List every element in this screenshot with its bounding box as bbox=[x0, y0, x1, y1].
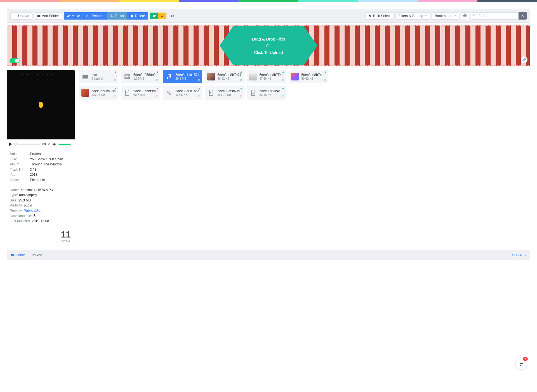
meta-value: 25.3 MB bbox=[18, 198, 31, 203]
chevron-down-icon: ▾ bbox=[425, 15, 427, 17]
chevron-down-icon: ▾ bbox=[454, 15, 456, 17]
copy-icon[interactable]: ⧉ bbox=[240, 79, 242, 82]
dropzone-toggle[interactable] bbox=[10, 58, 20, 63]
file-card[interactable]: 5dec8de8b578b 437.15 KB ⧉ bbox=[79, 86, 118, 99]
file-card[interactable]: test 0 Item(s) ⧉ bbox=[79, 70, 118, 83]
clear-search-button[interactable]: ✕ bbox=[519, 12, 527, 20]
meta-label: Track N°: bbox=[10, 167, 30, 172]
file-size: 0 Item(s) bbox=[91, 77, 103, 80]
file-card[interactable]: 5dec8de8b7a77 46.92 KB ⧉ bbox=[205, 70, 244, 83]
copy-icon[interactable]: ⧉ bbox=[240, 95, 242, 98]
play-button[interactable] bbox=[9, 142, 12, 146]
file-name: 5dec8de8b578b bbox=[91, 89, 116, 93]
copy-icon[interactable]: ⧉ bbox=[324, 79, 326, 82]
close-button[interactable]: CLOSE » bbox=[512, 253, 526, 257]
unlock-button[interactable] bbox=[158, 13, 166, 19]
editor-button[interactable]: Editor bbox=[107, 12, 128, 20]
meta-value: public bbox=[24, 203, 32, 208]
status-dot bbox=[241, 88, 242, 89]
toolbar: Upload Add Folder Move >_ Rename Editor … bbox=[7, 9, 530, 23]
file-name: 5dec8de8b74de bbox=[301, 73, 325, 77]
map-icon bbox=[11, 253, 15, 257]
copy-icon[interactable]: ⧉ bbox=[156, 79, 158, 82]
file-metadata: Name:5dec8a11d1574.MP3Type:audio/mpegSiz… bbox=[7, 185, 75, 226]
total-count: 11 bbox=[11, 229, 71, 240]
add-folder-label: Add Folder bbox=[42, 14, 59, 18]
time-display: 00:00 bbox=[42, 142, 50, 146]
dropzone[interactable]: Drag & Drop Files Or Click To Upload 🔗 bbox=[7, 25, 530, 66]
bulk-select-button[interactable]: Bulk Select bbox=[365, 12, 394, 20]
dropzone-hex: Drag & Drop Files Or Click To Upload bbox=[220, 25, 317, 66]
meta-label: Download File: bbox=[10, 213, 32, 219]
copy-icon[interactable]: ⧉ bbox=[114, 95, 116, 98]
add-folder-button[interactable]: Add Folder bbox=[34, 12, 62, 20]
volume-icon[interactable] bbox=[52, 142, 56, 146]
folder-icon bbox=[81, 73, 89, 80]
download-link[interactable] bbox=[33, 213, 36, 219]
breadcrumb-home[interactable]: Home bbox=[11, 253, 25, 257]
file-card[interactable]: 5dec89aabf9d1 60 Bytes ⧉ bbox=[121, 86, 160, 99]
status-dot bbox=[157, 72, 158, 73]
breadcrumb-home-label: Home bbox=[16, 253, 25, 257]
bookmarks-button[interactable]: Bookmarks ▾ bbox=[432, 12, 459, 20]
meta-value: Through The Window bbox=[30, 162, 62, 167]
upload-button[interactable]: Upload bbox=[10, 12, 32, 20]
file-name: 5dec8de8b7f9e bbox=[259, 73, 282, 77]
file-card[interactable]: 5dec8de8b74de 50.62 KB ⧉ bbox=[289, 70, 328, 83]
trash-icon bbox=[130, 14, 134, 18]
folder-open-icon bbox=[32, 253, 36, 257]
search-input[interactable] bbox=[471, 12, 519, 20]
status-dot bbox=[282, 72, 284, 73]
meta-label: Size: bbox=[10, 198, 17, 203]
file-card[interactable]: 5dec89f83e4f9 83.18 KB ⧉ bbox=[247, 86, 286, 99]
delete-label: Delete bbox=[135, 14, 145, 18]
file-card[interactable]: 5dec89e5b60c8 267.79 KB ⧉ bbox=[205, 86, 244, 99]
copy-icon[interactable]: ⧉ bbox=[282, 95, 284, 98]
sidebar: P R U R I E N T 00:00 Artist:PrurientTit… bbox=[7, 70, 75, 246]
copy-icon[interactable]: ⧉ bbox=[282, 79, 284, 82]
globe-button[interactable] bbox=[461, 12, 469, 19]
file-card[interactable]: 5dec8de8b7f9e 97.56 KB ⧉ bbox=[247, 70, 286, 83]
file-card[interactable]: 5dec89d8d1a6c 125.5 KB ⧉ bbox=[163, 86, 202, 99]
dropzone-link-button[interactable]: 🔗 bbox=[521, 56, 527, 63]
svg-point-3 bbox=[167, 91, 169, 92]
file-card[interactable]: 5dec8a11d1574 25.3 MB ⧉ bbox=[163, 70, 202, 83]
search-box: ✕ bbox=[471, 12, 527, 20]
volume-slider[interactable] bbox=[58, 144, 72, 145]
move-button[interactable]: Move bbox=[64, 12, 83, 20]
file-size: 267.79 KB bbox=[217, 93, 241, 96]
copy-icon[interactable]: ⧉ bbox=[114, 79, 116, 82]
misc-group bbox=[150, 13, 166, 19]
copy-icon[interactable]: ⧉ bbox=[198, 95, 200, 98]
eye-icon bbox=[170, 14, 174, 18]
audio-player: 00:00 bbox=[7, 139, 75, 149]
bulk-select-label: Bulk Select bbox=[373, 14, 391, 18]
file-card[interactable]: 5dec8a0569efe 1.22 MB ⧉ bbox=[121, 70, 160, 83]
filters-sorting-label: Filters & Sorting bbox=[399, 14, 423, 18]
public-url-link[interactable]: Public URL bbox=[24, 208, 41, 213]
close-icon: ✕ bbox=[521, 14, 524, 18]
meta-value: Electronic bbox=[30, 177, 45, 183]
filters-sorting-button[interactable]: Filters & Sorting ▾ bbox=[395, 12, 430, 20]
dropzone-line3: Click To Upload bbox=[254, 49, 283, 56]
meta-label: Year: bbox=[10, 172, 30, 177]
copy-icon[interactable]: ⧉ bbox=[156, 95, 158, 98]
status-dot bbox=[199, 72, 200, 73]
footer: Home → xbc CLOSE » bbox=[7, 250, 530, 260]
file-size: 437.15 KB bbox=[91, 93, 116, 96]
meta-value: audio/mpeg bbox=[19, 193, 37, 198]
refresh-button[interactable] bbox=[150, 13, 158, 19]
copy-icon[interactable]: ⧉ bbox=[198, 79, 200, 82]
globe-icon bbox=[463, 14, 467, 18]
gears-icon bbox=[165, 89, 173, 97]
meta-label: Title: bbox=[10, 157, 30, 162]
meta-label: Artist: bbox=[10, 151, 30, 157]
doc-icon bbox=[123, 89, 131, 97]
file-name: 5dec89aabf9d1 bbox=[133, 89, 157, 93]
share-icon bbox=[67, 14, 70, 18]
delete-button[interactable]: Delete bbox=[127, 12, 148, 20]
visibility-button[interactable] bbox=[168, 13, 176, 19]
rename-button[interactable]: >_ Rename bbox=[83, 12, 108, 20]
progress-slider[interactable] bbox=[14, 144, 40, 145]
file-size: 97.56 KB bbox=[259, 77, 282, 80]
